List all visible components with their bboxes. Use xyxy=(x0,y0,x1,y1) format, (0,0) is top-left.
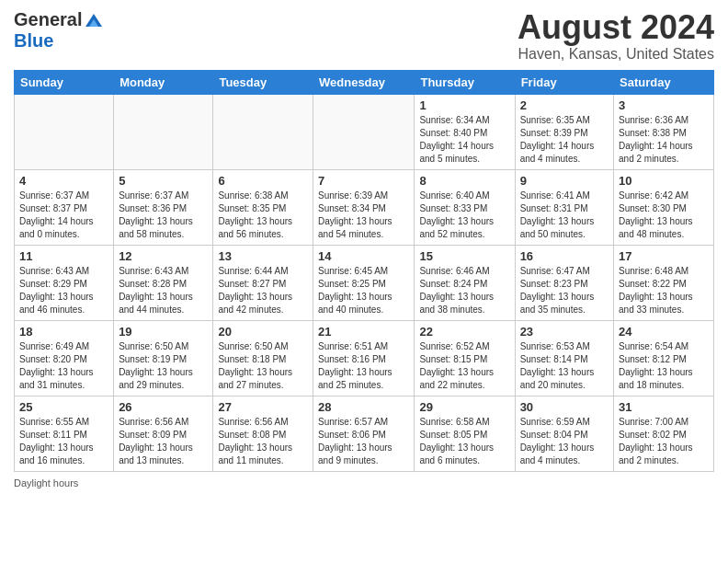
calendar-day-cell: 7Sunrise: 6:39 AM Sunset: 8:34 PM Daylig… xyxy=(313,169,415,245)
calendar-day-cell: 18Sunrise: 6:49 AM Sunset: 8:20 PM Dayli… xyxy=(15,320,114,396)
day-info: Sunrise: 6:43 AM Sunset: 8:29 PM Dayligh… xyxy=(19,265,108,316)
calendar-day-cell: 14Sunrise: 6:45 AM Sunset: 8:25 PM Dayli… xyxy=(313,245,415,320)
day-number: 15 xyxy=(419,249,509,263)
day-number: 3 xyxy=(619,98,709,112)
day-number: 4 xyxy=(19,174,108,188)
day-info: Sunrise: 6:53 AM Sunset: 8:14 PM Dayligh… xyxy=(520,340,609,392)
calendar-day-cell: 29Sunrise: 6:58 AM Sunset: 8:05 PM Dayli… xyxy=(415,396,515,471)
calendar-day-cell: 25Sunrise: 6:55 AM Sunset: 8:11 PM Dayli… xyxy=(15,396,114,471)
logo: General Blue xyxy=(14,9,104,52)
calendar-day-cell: 23Sunrise: 6:53 AM Sunset: 8:14 PM Dayli… xyxy=(515,320,613,396)
footer-note: Daylight hours xyxy=(14,477,714,488)
day-info: Sunrise: 7:00 AM Sunset: 8:02 PM Dayligh… xyxy=(619,416,709,467)
calendar-day-cell: 3Sunrise: 6:36 AM Sunset: 8:38 PM Daylig… xyxy=(614,94,714,169)
calendar-week-row: 18Sunrise: 6:49 AM Sunset: 8:20 PM Dayli… xyxy=(15,320,714,396)
day-info: Sunrise: 6:35 AM Sunset: 8:39 PM Dayligh… xyxy=(520,114,609,166)
calendar-day-cell: 31Sunrise: 7:00 AM Sunset: 8:02 PM Dayli… xyxy=(614,396,714,471)
day-info: Sunrise: 6:58 AM Sunset: 8:05 PM Dayligh… xyxy=(419,416,509,467)
calendar-day-cell: 20Sunrise: 6:50 AM Sunset: 8:18 PM Dayli… xyxy=(213,320,313,396)
day-number: 28 xyxy=(318,400,409,414)
day-info: Sunrise: 6:43 AM Sunset: 8:28 PM Dayligh… xyxy=(119,265,208,316)
day-number: 10 xyxy=(619,174,709,188)
calendar-day-cell: 15Sunrise: 6:46 AM Sunset: 8:24 PM Dayli… xyxy=(415,245,515,320)
day-info: Sunrise: 6:50 AM Sunset: 8:19 PM Dayligh… xyxy=(119,340,208,392)
day-number: 21 xyxy=(318,325,409,339)
calendar-day-cell: 28Sunrise: 6:57 AM Sunset: 8:06 PM Dayli… xyxy=(313,396,415,471)
calendar-day-cell: 17Sunrise: 6:48 AM Sunset: 8:22 PM Dayli… xyxy=(614,245,714,320)
day-number: 25 xyxy=(19,400,108,414)
day-number: 19 xyxy=(119,325,208,339)
day-info: Sunrise: 6:55 AM Sunset: 8:11 PM Dayligh… xyxy=(19,416,108,467)
logo-icon xyxy=(84,10,104,30)
day-number: 30 xyxy=(520,400,609,414)
day-of-week-header: Tuesday xyxy=(213,70,313,94)
day-info: Sunrise: 6:41 AM Sunset: 8:31 PM Dayligh… xyxy=(520,190,609,241)
day-number: 5 xyxy=(119,174,208,188)
day-info: Sunrise: 6:38 AM Sunset: 8:35 PM Dayligh… xyxy=(218,190,308,241)
day-number: 22 xyxy=(419,325,509,339)
day-number: 11 xyxy=(19,249,108,263)
day-number: 29 xyxy=(419,400,509,414)
calendar-day-cell: 27Sunrise: 6:56 AM Sunset: 8:08 PM Dayli… xyxy=(213,396,313,471)
calendar-day-cell: 1Sunrise: 6:34 AM Sunset: 8:40 PM Daylig… xyxy=(415,94,515,169)
calendar-day-cell: 10Sunrise: 6:42 AM Sunset: 8:30 PM Dayli… xyxy=(614,169,714,245)
day-of-week-header: Wednesday xyxy=(313,70,415,94)
day-info: Sunrise: 6:48 AM Sunset: 8:22 PM Dayligh… xyxy=(619,265,709,316)
calendar-day-cell: 5Sunrise: 6:37 AM Sunset: 8:36 PM Daylig… xyxy=(114,169,213,245)
calendar-day-cell: 22Sunrise: 6:52 AM Sunset: 8:15 PM Dayli… xyxy=(415,320,515,396)
day-number: 24 xyxy=(619,325,709,339)
day-info: Sunrise: 6:49 AM Sunset: 8:20 PM Dayligh… xyxy=(19,340,108,392)
location-title: Haven, Kansas, United States xyxy=(518,46,714,63)
calendar-day-cell: 11Sunrise: 6:43 AM Sunset: 8:29 PM Dayli… xyxy=(15,245,114,320)
calendar-day-cell: 24Sunrise: 6:54 AM Sunset: 8:12 PM Dayli… xyxy=(614,320,714,396)
day-info: Sunrise: 6:37 AM Sunset: 8:36 PM Dayligh… xyxy=(119,190,208,241)
calendar-week-row: 11Sunrise: 6:43 AM Sunset: 8:29 PM Dayli… xyxy=(15,245,714,320)
day-number: 8 xyxy=(419,174,509,188)
day-info: Sunrise: 6:34 AM Sunset: 8:40 PM Dayligh… xyxy=(419,114,509,166)
day-of-week-header: Monday xyxy=(114,70,213,94)
day-of-week-header: Sunday xyxy=(15,70,114,94)
calendar-day-cell xyxy=(213,94,313,169)
day-info: Sunrise: 6:46 AM Sunset: 8:24 PM Dayligh… xyxy=(419,265,509,316)
day-info: Sunrise: 6:37 AM Sunset: 8:37 PM Dayligh… xyxy=(19,190,108,241)
title-area: August 2024 Haven, Kansas, United States xyxy=(518,9,714,63)
day-info: Sunrise: 6:40 AM Sunset: 8:33 PM Dayligh… xyxy=(419,190,509,241)
day-info: Sunrise: 6:44 AM Sunset: 8:27 PM Dayligh… xyxy=(218,265,308,316)
calendar-day-cell xyxy=(114,94,213,169)
day-of-week-header: Saturday xyxy=(614,70,714,94)
day-number: 12 xyxy=(119,249,208,263)
calendar-day-cell xyxy=(15,94,114,169)
day-of-week-header: Friday xyxy=(515,70,613,94)
day-number: 26 xyxy=(119,400,208,414)
day-info: Sunrise: 6:42 AM Sunset: 8:30 PM Dayligh… xyxy=(619,190,709,241)
calendar-day-cell: 19Sunrise: 6:50 AM Sunset: 8:19 PM Dayli… xyxy=(114,320,213,396)
calendar-day-cell xyxy=(313,94,415,169)
calendar-day-cell: 6Sunrise: 6:38 AM Sunset: 8:35 PM Daylig… xyxy=(213,169,313,245)
header: General Blue August 2024 Haven, Kansas, … xyxy=(14,9,714,63)
day-number: 20 xyxy=(218,325,308,339)
calendar-day-cell: 12Sunrise: 6:43 AM Sunset: 8:28 PM Dayli… xyxy=(114,245,213,320)
day-number: 6 xyxy=(218,174,308,188)
day-info: Sunrise: 6:57 AM Sunset: 8:06 PM Dayligh… xyxy=(318,416,409,467)
day-number: 7 xyxy=(318,174,409,188)
day-of-week-header: Thursday xyxy=(415,70,515,94)
day-info: Sunrise: 6:47 AM Sunset: 8:23 PM Dayligh… xyxy=(520,265,609,316)
calendar-day-cell: 4Sunrise: 6:37 AM Sunset: 8:37 PM Daylig… xyxy=(15,169,114,245)
day-info: Sunrise: 6:54 AM Sunset: 8:12 PM Dayligh… xyxy=(619,340,709,392)
logo-general-text: General xyxy=(14,9,82,30)
day-info: Sunrise: 6:51 AM Sunset: 8:16 PM Dayligh… xyxy=(318,340,409,392)
day-number: 1 xyxy=(419,98,509,112)
calendar-day-cell: 8Sunrise: 6:40 AM Sunset: 8:33 PM Daylig… xyxy=(415,169,515,245)
day-info: Sunrise: 6:50 AM Sunset: 8:18 PM Dayligh… xyxy=(218,340,308,392)
day-number: 2 xyxy=(520,98,609,112)
day-info: Sunrise: 6:52 AM Sunset: 8:15 PM Dayligh… xyxy=(419,340,509,392)
calendar-week-row: 1Sunrise: 6:34 AM Sunset: 8:40 PM Daylig… xyxy=(15,94,714,169)
calendar-day-cell: 16Sunrise: 6:47 AM Sunset: 8:23 PM Dayli… xyxy=(515,245,613,320)
day-number: 27 xyxy=(218,400,308,414)
day-info: Sunrise: 6:45 AM Sunset: 8:25 PM Dayligh… xyxy=(318,265,409,316)
calendar-day-cell: 2Sunrise: 6:35 AM Sunset: 8:39 PM Daylig… xyxy=(515,94,613,169)
calendar: SundayMondayTuesdayWednesdayThursdayFrid… xyxy=(14,70,714,472)
day-number: 13 xyxy=(218,249,308,263)
calendar-day-cell: 9Sunrise: 6:41 AM Sunset: 8:31 PM Daylig… xyxy=(515,169,613,245)
day-info: Sunrise: 6:56 AM Sunset: 8:08 PM Dayligh… xyxy=(218,416,308,467)
